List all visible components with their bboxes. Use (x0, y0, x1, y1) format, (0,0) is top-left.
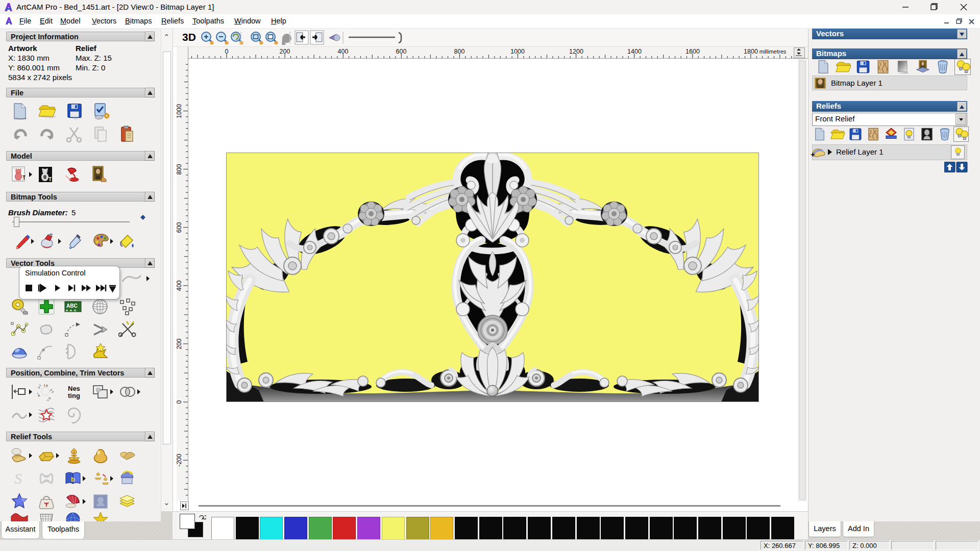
svg-text:x t: x t (50, 388, 55, 393)
svg-text:600: 600 (177, 222, 183, 233)
svg-text:0: 0 (225, 48, 229, 55)
svg-text:1600: 1600 (685, 48, 700, 55)
svg-text:Nes: Nes (68, 385, 80, 392)
svg-text:u r: u r (37, 383, 42, 389)
svg-text:1400: 1400 (627, 48, 642, 55)
svg-text:800: 800 (454, 48, 465, 55)
svg-text:ting: ting (68, 392, 80, 399)
svg-text:T: T (48, 177, 52, 182)
svg-text:0: 0 (177, 400, 183, 404)
svg-text:millimetres: millimetres (760, 48, 787, 55)
svg-text:a c: a c (37, 392, 41, 398)
svg-text:1000: 1000 (177, 104, 183, 118)
svg-text:o n: o n (46, 396, 52, 401)
svg-text:200: 200 (280, 48, 290, 55)
svg-text:800: 800 (177, 164, 183, 175)
svg-text:b: b (71, 475, 75, 483)
svg-text:600: 600 (396, 48, 407, 55)
svg-text:1000: 1000 (510, 48, 525, 55)
svg-text:1800: 1800 (744, 48, 758, 55)
svg-text:400: 400 (177, 281, 183, 291)
svg-text:ABC: ABC (66, 303, 78, 309)
svg-text:-200: -200 (177, 454, 183, 466)
svg-text:1200: 1200 (569, 48, 583, 55)
svg-text:200: 200 (177, 339, 183, 349)
svg-text:S: S (14, 470, 22, 487)
svg-text:T: T (22, 175, 26, 181)
svg-text:400: 400 (338, 48, 349, 55)
svg-text:t e: t e (44, 384, 48, 387)
